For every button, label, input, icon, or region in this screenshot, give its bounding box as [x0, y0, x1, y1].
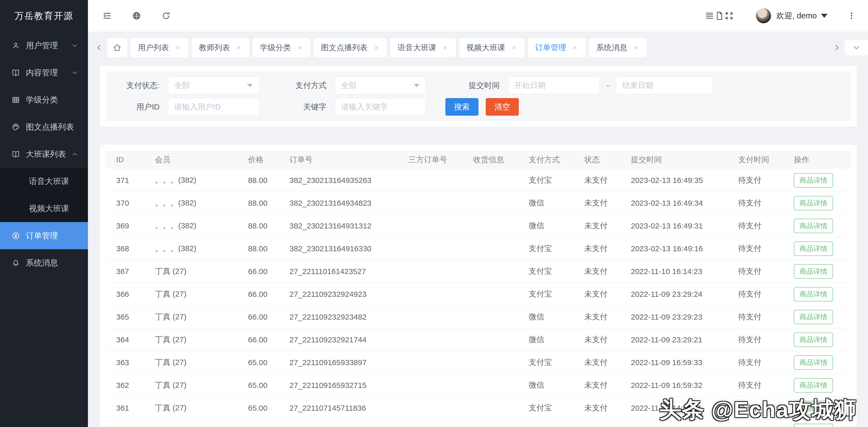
tab-8[interactable]: 系统消息: [589, 38, 647, 57]
tab-4[interactable]: 图文点播列表: [314, 38, 387, 57]
keyword-input[interactable]: [335, 98, 426, 116]
cell-action: 商品详情: [783, 333, 851, 347]
globe-icon[interactable]: [132, 11, 142, 21]
kebab-icon[interactable]: [847, 11, 856, 21]
product-detail-button[interactable]: 商品详情: [794, 401, 833, 415]
cell-action: 商品详情: [783, 287, 851, 302]
table-row: 361 丁真 (27) 65.00 27_221107145711836 支付宝…: [106, 397, 851, 420]
welcome-text[interactable]: 欢迎, demo: [776, 10, 817, 21]
product-detail-button[interactable]: 商品详情: [794, 333, 833, 347]
chevron-left-icon[interactable]: [95, 44, 103, 52]
column-header: 会员: [145, 154, 238, 165]
product-detail-button[interactable]: 商品详情: [794, 424, 833, 427]
cell-id: 364: [106, 335, 145, 344]
collapse-sidebar-icon[interactable]: [102, 11, 112, 21]
cell-id: 367: [106, 267, 145, 276]
chevron-right-icon[interactable]: [833, 44, 841, 52]
product-detail-button[interactable]: 商品详情: [794, 241, 833, 256]
cell-id: 362: [106, 381, 145, 390]
clear-button[interactable]: 清空: [486, 98, 519, 116]
cell-action: 商品详情: [783, 219, 851, 233]
pay-status-select[interactable]: 全部: [168, 77, 259, 94]
sidebar-item-label: 用户管理: [26, 40, 58, 51]
column-header: ID: [106, 155, 145, 164]
cell-order-no: 27_221107145711836: [279, 404, 398, 413]
product-detail-button[interactable]: 商品详情: [794, 173, 833, 188]
tab-2[interactable]: 教师列表: [192, 38, 249, 57]
sidebar-item-2[interactable]: 内容管理: [0, 59, 88, 86]
refresh-icon[interactable]: [161, 11, 171, 21]
sidebar-item-3[interactable]: 学级分类: [0, 86, 88, 113]
cell-price: 65.00: [238, 404, 279, 413]
sidebar-item-1[interactable]: 用户管理: [0, 32, 88, 59]
sidebar-subitem[interactable]: 语音大班课: [0, 168, 88, 195]
product-detail-button[interactable]: 商品详情: [794, 310, 833, 324]
user-id-input[interactable]: [168, 98, 259, 116]
tab-7[interactable]: 订单管理: [528, 38, 586, 57]
tab-home[interactable]: [107, 38, 127, 57]
sidebar-item-6[interactable]: 订单管理: [0, 222, 88, 249]
cell-order-no: 382_230213164935263: [279, 176, 398, 185]
cell-pay-method: 支付宝: [518, 289, 574, 299]
cell-id: 370: [106, 199, 145, 208]
sidebar-item-4[interactable]: 图文点播列表: [0, 113, 88, 141]
close-icon[interactable]: [175, 44, 181, 51]
search-button[interactable]: 搜索: [445, 98, 478, 116]
sidebar-item-label: 学级分类: [26, 94, 58, 105]
start-date-input[interactable]: [508, 77, 600, 94]
home-icon: [113, 43, 122, 52]
close-icon[interactable]: [373, 44, 380, 51]
close-icon[interactable]: [633, 44, 639, 51]
product-detail-button[interactable]: 商品详情: [794, 219, 833, 233]
user-avatar[interactable]: [756, 8, 771, 23]
cell-member: 丁真 (27): [145, 403, 238, 413]
table-row: 366 丁真 (27) 66.00 27_221109232924923 支付宝…: [106, 283, 851, 306]
tab-1[interactable]: 用户列表: [131, 38, 188, 57]
cell-price: 66.00: [238, 313, 279, 322]
close-icon[interactable]: [511, 44, 517, 51]
table-row: 370 。。。(382) 88.00 382_230213164934823 微…: [106, 192, 851, 215]
cell-submit-time: 2022-11-09 23:29:24: [620, 290, 728, 299]
close-icon[interactable]: [236, 44, 242, 51]
product-detail-button[interactable]: 商品详情: [794, 355, 833, 370]
cell-submit-time: 2022-11-09 16:59:33: [620, 358, 728, 367]
tab-list-dropdown[interactable]: [845, 40, 868, 55]
cell-pay-time: 待支付: [728, 175, 783, 186]
cell-id: 363: [106, 358, 145, 367]
sidebar-subitem[interactable]: 视频大班课: [0, 195, 88, 222]
sidebar-item-label: 订单管理: [26, 230, 58, 241]
lines-icon[interactable]: [705, 11, 714, 21]
cell-price: 65.00: [238, 381, 279, 390]
table-row: 369 。。。(382) 88.00 382_230213164931312 微…: [106, 215, 851, 237]
user-icon: [11, 41, 20, 50]
fullscreen-icon[interactable]: [724, 11, 734, 21]
end-date-input[interactable]: [616, 77, 713, 94]
close-icon[interactable]: [572, 44, 578, 51]
close-icon[interactable]: [297, 44, 303, 51]
close-icon[interactable]: [442, 44, 448, 51]
file-icon[interactable]: [714, 11, 724, 21]
column-header: 支付方式: [518, 154, 574, 165]
chevron-down-icon: [71, 69, 78, 76]
tab-5[interactable]: 语音大班课: [390, 38, 456, 57]
pay-status-label: 支付状态:: [106, 80, 160, 91]
product-detail-button[interactable]: 商品详情: [794, 196, 833, 210]
pay-method-select[interactable]: 全部: [335, 77, 426, 94]
cell-action: 商品详情: [783, 310, 851, 324]
yen-icon: [11, 231, 20, 240]
sidebar-item-7[interactable]: 系统消息: [0, 249, 88, 276]
product-detail-button[interactable]: 商品详情: [794, 287, 833, 302]
tab-3[interactable]: 学级分类: [253, 38, 310, 57]
column-header: 支付时间: [728, 154, 783, 165]
caret-down-icon[interactable]: [821, 14, 828, 18]
product-detail-button[interactable]: 商品详情: [794, 264, 833, 279]
cell-order-no: 382_230213164916330: [279, 244, 398, 253]
select-caret-icon: [247, 84, 253, 87]
cell-price: 66.00: [238, 335, 279, 344]
tab-6[interactable]: 视频大班课: [459, 38, 525, 57]
column-header: 价格: [238, 154, 279, 165]
sidebar-item-5[interactable]: 大班课列表: [0, 141, 88, 168]
cell-submit-time: 2022-11-09 23:29:23: [620, 313, 728, 322]
product-detail-button[interactable]: 商品详情: [794, 378, 833, 393]
app-logo: 万岳教育开源: [0, 0, 88, 32]
